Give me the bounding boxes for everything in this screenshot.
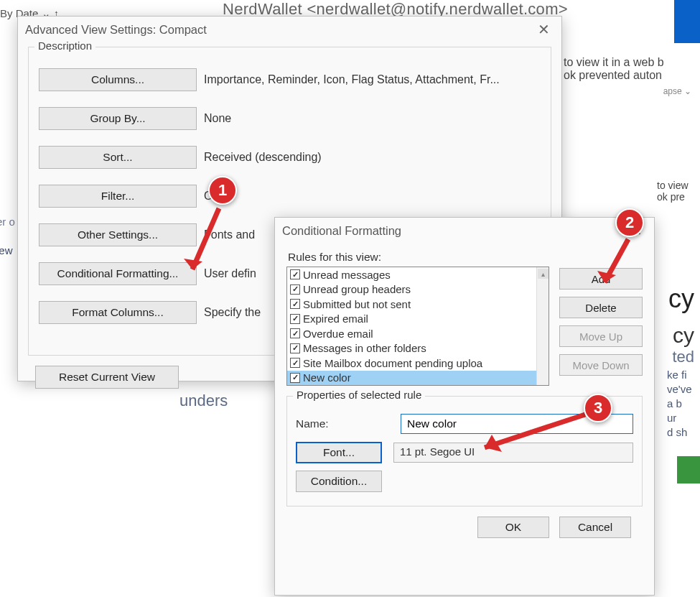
bg-right-words: ke fi ve've a b ur d sh xyxy=(667,368,699,440)
name-label: Name: xyxy=(296,417,389,430)
scroll-up-icon[interactable]: ▴ xyxy=(538,269,549,279)
scrollbar[interactable]: ▴ xyxy=(536,267,549,385)
group-by-button[interactable]: Group By... xyxy=(39,107,197,130)
checkbox-icon[interactable] xyxy=(290,328,300,338)
dialog2-title: Conditional Formatting xyxy=(282,224,625,238)
rule-new-color[interactable]: New color xyxy=(287,371,536,386)
checkbox-icon[interactable] xyxy=(290,284,300,295)
rule-messages-other-folders[interactable]: Messages in other folders xyxy=(287,341,536,356)
properties-group-label: Properties of selected rule xyxy=(293,389,425,401)
annotation-marker-1: 1 xyxy=(208,176,237,205)
checkbox-icon[interactable] xyxy=(290,269,300,279)
other-settings-button[interactable]: Other Settings... xyxy=(39,223,197,246)
annotation-arrow-2 xyxy=(589,233,646,298)
delete-rule-button[interactable]: Delete xyxy=(559,297,643,318)
filter-button[interactable]: Filter... xyxy=(39,185,197,208)
reset-current-view-button[interactable]: Reset Current View xyxy=(35,366,179,389)
bg-right-cy-1: cy xyxy=(668,284,694,314)
bg-right-green-block xyxy=(677,456,700,483)
cancel-button[interactable]: Cancel xyxy=(559,517,631,538)
rule-unread-group-headers[interactable]: Unread group headers xyxy=(287,282,536,297)
bg-right-cy-2: cy xyxy=(673,323,694,348)
format-columns-button[interactable]: Format Columns... xyxy=(39,301,197,324)
columns-button[interactable]: Columns... xyxy=(39,68,197,91)
checkbox-icon[interactable] xyxy=(290,373,300,383)
description-group-label: Description xyxy=(34,40,95,52)
annotation-arrow-1 xyxy=(179,201,237,287)
annotation-marker-3: 3 xyxy=(584,394,612,422)
rule-site-mailbox-pending[interactable]: Site Mailbox document pending uploa xyxy=(287,356,536,371)
ok-button[interactable]: OK xyxy=(477,517,549,538)
rules-listbox[interactable]: Unread messages Unread group headers Sub… xyxy=(286,267,549,386)
svg-line-0 xyxy=(192,208,219,269)
rule-expired-email[interactable]: Expired email xyxy=(287,312,536,327)
move-up-button[interactable]: Move Up xyxy=(559,325,643,347)
format-columns-value: Specify the xyxy=(204,306,261,319)
svg-marker-1 xyxy=(184,259,202,269)
checkbox-icon[interactable] xyxy=(290,343,300,353)
checkbox-icon[interactable] xyxy=(290,358,300,368)
bg-left-fragment-1: er o xyxy=(0,216,15,228)
font-button[interactable]: Font... xyxy=(296,442,382,463)
checkbox-icon[interactable] xyxy=(290,299,300,309)
conditional-formatting-button[interactable]: Conditional Formatting... xyxy=(39,262,197,285)
move-down-button[interactable]: Move Down xyxy=(559,354,643,376)
rule-unread-messages[interactable]: Unread messages xyxy=(287,267,536,282)
bg-left-fragment-2: iew xyxy=(0,244,13,256)
bg-preview-text: to view it in a web b ok prevented auton xyxy=(564,56,700,82)
checkbox-icon[interactable] xyxy=(290,314,300,324)
bg-collapse-label: apse ⌄ xyxy=(663,86,691,96)
svg-marker-3 xyxy=(597,271,616,282)
svg-line-4 xyxy=(485,415,585,448)
dialog1-titlebar: Advanced View Settings: Compact ✕ xyxy=(18,17,561,42)
close-icon[interactable]: ✕ xyxy=(533,19,554,40)
sort-value: Received (descending) xyxy=(204,151,322,164)
rule-overdue-email[interactable]: Overdue email xyxy=(287,326,536,341)
bg-right-fragment: to viewok pre xyxy=(657,180,700,203)
condition-button[interactable]: Condition... xyxy=(296,471,382,492)
rule-submitted-not-sent[interactable]: Submitted but not sent xyxy=(287,297,536,312)
bg-blue-accent xyxy=(674,0,700,43)
columns-value: Importance, Reminder, Icon, Flag Status,… xyxy=(204,73,500,86)
sort-button[interactable]: Sort... xyxy=(39,146,197,169)
group-by-value: None xyxy=(204,112,231,125)
dialog1-title: Advanced View Settings: Compact xyxy=(25,23,533,37)
annotation-marker-2: 2 xyxy=(615,208,644,237)
annotation-arrow-3 xyxy=(470,406,599,463)
bg-right-ted: ted xyxy=(672,348,694,366)
